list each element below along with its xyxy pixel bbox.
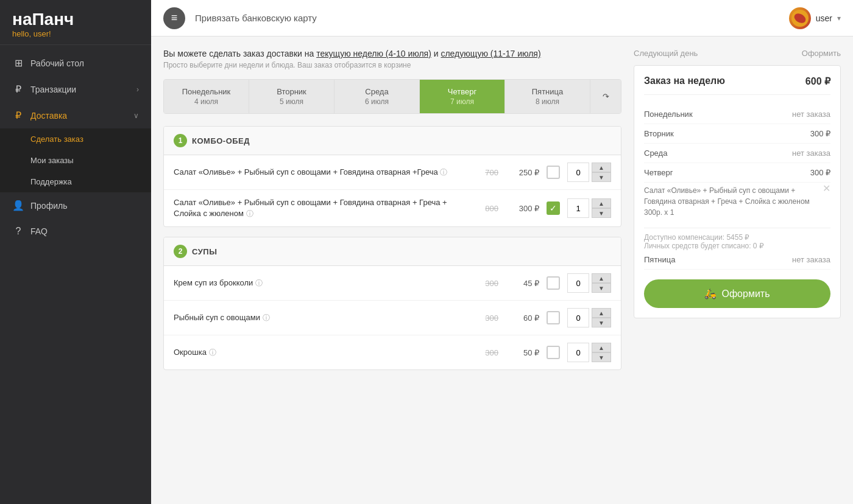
- content-area: Вы можете сделать заказ доставки на теку…: [151, 37, 853, 504]
- order-day-friday-value: нет заказа: [792, 255, 830, 264]
- user-menu[interactable]: user ▾: [789, 7, 841, 29]
- food-name-soup-1: Крем суп из брокколи ⓘ: [174, 278, 461, 289]
- soups-section: 2 СУПЫ Крем суп из брокколи ⓘ 300 45 ₽ 0: [163, 237, 621, 370]
- food-qty-combo-2: 1: [567, 198, 589, 218]
- thursday-remove-icon[interactable]: ✕: [823, 183, 830, 194]
- order-day-thursday: Четверг 300 ₽: [644, 163, 830, 183]
- sidebar-item-my-orders[interactable]: Мои заказы: [0, 150, 151, 171]
- thursday-detail-row: Салат «Оливье» + Рыбный суп с овощами + …: [644, 183, 830, 223]
- order-day-tuesday-value: 300 ₽: [810, 129, 830, 138]
- food-calories-soup-3: 300: [468, 348, 498, 357]
- checkout-icon: 🛵: [704, 288, 717, 299]
- food-qty-up-soup-1[interactable]: ▲: [592, 273, 611, 283]
- thursday-order-detail: Салат «Оливье» + Рыбный суп с овощами + …: [644, 185, 818, 218]
- info-icon-soup-1[interactable]: ⓘ: [255, 279, 263, 287]
- food-price-soup-2: 60 ₽: [506, 313, 539, 323]
- order-day-monday: Понедельник нет заказа: [644, 105, 830, 124]
- tab-tuesday-date: 5 июля: [254, 97, 329, 106]
- tab-monday[interactable]: Понедельник 4 июля: [164, 80, 249, 113]
- food-checkbox-soup-3[interactable]: [547, 346, 560, 359]
- personal-funds: Личных средств будет списано: 0 ₽: [644, 242, 830, 250]
- food-qty-soup-3: 0: [567, 343, 589, 362]
- order-summary-title-text: Заказ на неделю: [644, 75, 725, 87]
- info-icon-combo-1[interactable]: ⓘ: [440, 168, 447, 177]
- info-icon-soup-3[interactable]: ⓘ: [209, 348, 216, 357]
- tab-next-arrow[interactable]: ↷: [590, 80, 621, 113]
- order-day-thursday-name: Четверг: [644, 168, 673, 177]
- soups-section-num: 2: [174, 245, 187, 258]
- sidebar-item-support[interactable]: Поддержка: [0, 171, 151, 192]
- food-checkbox-combo-1[interactable]: [547, 166, 560, 179]
- food-qty-down-soup-2[interactable]: ▼: [592, 318, 611, 327]
- delivery-submenu: Сделать заказ Мои заказы Поддержка: [0, 128, 151, 192]
- sidebar-item-profile[interactable]: 👤 Профиль: [0, 192, 151, 219]
- profile-icon: 👤: [12, 200, 24, 211]
- food-qty-btns-soup-1: ▲ ▼: [592, 273, 611, 293]
- tab-tuesday[interactable]: Вторник 5 июля: [249, 80, 334, 113]
- tab-friday[interactable]: Пятница 8 июля: [505, 80, 590, 113]
- food-calories-combo-2: 800: [468, 204, 498, 213]
- logo-hello: hello, user!: [12, 29, 139, 38]
- user-chevron-icon: ▾: [837, 14, 841, 23]
- current-week-link[interactable]: текущую неделю (4-10 июля): [316, 49, 431, 58]
- thursday-order-detail-container: 300 ₽: [810, 168, 830, 177]
- menu-button[interactable]: ≡: [163, 7, 185, 29]
- food-qty-up-soup-2[interactable]: ▲: [592, 308, 611, 318]
- food-item-combo-2: Салат «Оливье» + Рыбный суп с овощами + …: [164, 190, 621, 226]
- order-day-wednesday-name: Среда: [644, 149, 667, 158]
- food-checkbox-soup-2[interactable]: [547, 311, 560, 324]
- food-qty-down-soup-3[interactable]: ▼: [592, 352, 611, 362]
- transactions-icon: ₽: [12, 83, 24, 95]
- food-qty-down-soup-1[interactable]: ▼: [592, 283, 611, 293]
- my-orders-label: Мои заказы: [30, 156, 74, 165]
- food-item-combo-1: Салат «Оливье» + Рыбный суп с овощами + …: [164, 155, 621, 190]
- food-calories-soup-2: 300: [468, 313, 498, 323]
- food-price-soup-1: 45 ₽: [506, 279, 539, 288]
- tab-monday-name: Понедельник: [169, 87, 244, 96]
- food-calories-combo-1: 700: [468, 168, 498, 177]
- next-day-link[interactable]: Следующий день: [634, 49, 698, 58]
- food-qty-control-combo-1: 0 ▲ ▼: [567, 163, 611, 182]
- sidebar-item-make-order[interactable]: Сделать заказ: [0, 128, 151, 150]
- food-checkbox-soup-1[interactable]: [547, 276, 560, 290]
- food-name-combo-2: Салат «Оливье» + Рыбный суп с овощами + …: [174, 197, 461, 219]
- food-checkbox-combo-2[interactable]: ✓: [547, 201, 560, 215]
- tab-thursday-name: Четверг: [425, 87, 500, 96]
- order-summary-total: 600 ₽: [805, 75, 830, 87]
- order-day-monday-name: Понедельник: [644, 110, 693, 119]
- tab-wednesday-date: 6 июля: [339, 97, 414, 106]
- food-qty-control-soup-1: 0 ▲ ▼: [567, 273, 611, 293]
- food-qty-btns-combo-1: ▲ ▼: [592, 163, 611, 182]
- chevron-right-icon: ›: [136, 85, 139, 94]
- food-price-combo-1: 250 ₽: [506, 168, 539, 177]
- tab-thursday[interactable]: Четверг 7 июля: [420, 80, 505, 113]
- food-qty-up-soup-3[interactable]: ▲: [592, 343, 611, 352]
- food-qty-down-combo-2[interactable]: ▼: [592, 208, 611, 218]
- order-day-thursday-value: 300 ₽: [810, 168, 830, 177]
- tab-friday-name: Пятница: [510, 87, 585, 96]
- info-prefix: Вы можете сделать заказ доставки на: [163, 49, 316, 58]
- combo-section-num: 1: [174, 134, 187, 147]
- food-qty-control-soup-2: 0 ▲ ▼: [567, 308, 611, 327]
- sidebar-item-faq[interactable]: ? FAQ: [0, 219, 151, 244]
- food-qty-down-combo-1[interactable]: ▼: [592, 172, 611, 182]
- sidebar-item-delivery[interactable]: ₽ Доставка ∨: [0, 102, 151, 128]
- sidebar-logo: наПанч hello, user!: [0, 0, 151, 45]
- soups-section-header: 2 СУПЫ: [164, 237, 621, 266]
- checkout-link-top[interactable]: Оформить: [802, 49, 841, 58]
- info-icon-soup-2[interactable]: ⓘ: [263, 313, 270, 322]
- sidebar-item-transactions[interactable]: ₽ Транзакции ›: [0, 76, 151, 102]
- sidebar-item-dashboard[interactable]: ⊞ Рабочий стол: [0, 50, 151, 76]
- info-and: и: [434, 49, 441, 58]
- info-icon-combo-2[interactable]: ⓘ: [246, 209, 253, 218]
- food-qty-up-combo-1[interactable]: ▲: [592, 163, 611, 172]
- order-day-tuesday: Вторник 300 ₽: [644, 124, 830, 144]
- next-week-link[interactable]: следующую (11-17 июля): [441, 49, 540, 58]
- page-title: Привязать банковскую карту: [195, 13, 789, 23]
- checkout-button[interactable]: 🛵 Оформить: [644, 279, 830, 308]
- tab-wednesday[interactable]: Среда 6 июля: [334, 80, 420, 113]
- right-panel: Следующий день Оформить Заказ на неделю …: [634, 49, 841, 380]
- compensation-available: Доступно компенсации: 5455 ₽: [644, 233, 830, 242]
- food-item-soup-3: Окрошка ⓘ 300 50 ₽ 0 ▲ ▼: [164, 335, 621, 369]
- food-qty-up-combo-2[interactable]: ▲: [592, 198, 611, 208]
